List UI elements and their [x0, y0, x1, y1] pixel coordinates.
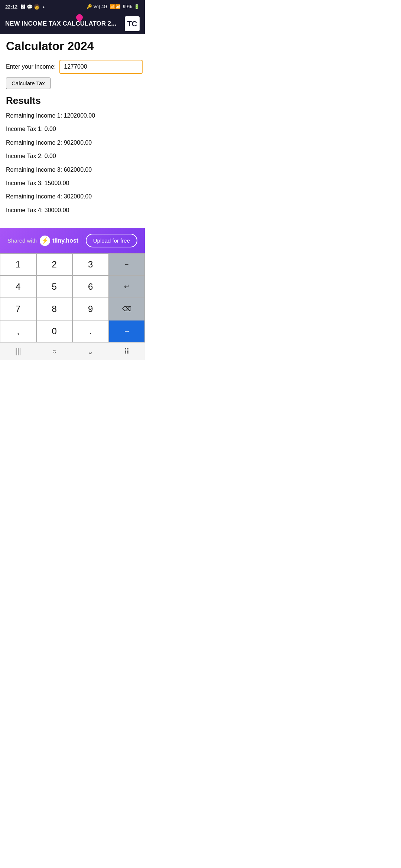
key-4[interactable]: 4: [0, 276, 36, 298]
income-label: Enter your income:: [6, 63, 56, 70]
keyboard-row-1: 1 2 3 −: [0, 253, 145, 276]
result-row: Remaining Income 4: 302000.00: [6, 193, 139, 201]
key-7[interactable]: 7: [0, 298, 36, 320]
app-bar: NEW INCOME TAX CALCULATOR 2... TC: [0, 13, 145, 34]
keyboard-row-3: 7 8 9 ⌫: [0, 298, 145, 320]
nav-bar: ||| ○ ⌄ ⠿: [0, 342, 145, 360]
key-1[interactable]: 1: [0, 253, 36, 276]
key-6[interactable]: 6: [72, 276, 109, 298]
upload-button[interactable]: Upload for free: [86, 234, 137, 247]
key-5[interactable]: 5: [36, 276, 73, 298]
key-minus[interactable]: −: [109, 253, 145, 276]
key-enter[interactable]: ↵: [109, 276, 145, 298]
app-bar-icon[interactable]: TC: [125, 16, 140, 31]
shared-left: Shared with ⚡ tiiny.host: [7, 236, 78, 246]
key-0[interactable]: 0: [36, 320, 73, 342]
shared-banner: Shared with ⚡ tiiny.host Upload for free: [0, 228, 145, 253]
key-comma[interactable]: ,: [0, 320, 36, 342]
brand-name: tiiny.host: [52, 237, 78, 244]
banner-divider: [82, 235, 82, 246]
nav-keyboard[interactable]: ⠿: [115, 344, 138, 359]
status-bar: 22:12 🖼 💬 🧑 • 🔑 Vo) 4G 📶📶 99%🔋: [0, 0, 145, 13]
result-row: Remaining Income 3: 602000.00: [6, 166, 139, 174]
app-bar-title: NEW INCOME TAX CALCULATOR 2...: [5, 20, 125, 27]
result-row: Income Tax 1: 0.00: [6, 125, 139, 133]
result-row: Income Tax 3: 15000.00: [6, 179, 139, 187]
shared-with-text: Shared with: [7, 237, 37, 244]
income-row: Enter your income:: [6, 60, 139, 74]
key-3[interactable]: 3: [72, 253, 109, 276]
status-icons: 🔑 Vo) 4G 📶📶 99%🔋: [87, 4, 140, 9]
tiiny-logo: ⚡ tiiny.host: [40, 236, 78, 246]
result-row: Income Tax 4: 30000.00: [6, 206, 139, 214]
key-9[interactable]: 9: [72, 298, 109, 320]
result-row: Remaining Income 1: 1202000.00: [6, 112, 139, 120]
page-title: Calculator 2024: [6, 39, 139, 53]
key-2[interactable]: 2: [36, 253, 73, 276]
results-heading: Results: [6, 95, 139, 106]
result-row: Remaining Income 2: 902000.00: [6, 139, 139, 147]
key-dot[interactable]: .: [72, 320, 109, 342]
lightning-icon: ⚡: [40, 236, 50, 246]
keyboard: 1 2 3 − 4 5 6 ↵ 7 8 9 ⌫ , 0 . →: [0, 253, 145, 342]
result-row: Income Tax 2: 0.00: [6, 152, 139, 160]
key-next[interactable]: →: [109, 320, 145, 342]
calculate-button[interactable]: Calculate Tax: [6, 78, 50, 89]
nav-home[interactable]: ○: [43, 344, 65, 359]
nav-back[interactable]: |||: [7, 344, 29, 359]
results-container: Remaining Income 1: 1202000.00Income Tax…: [6, 112, 139, 214]
key-8[interactable]: 8: [36, 298, 73, 320]
nav-down[interactable]: ⌄: [79, 344, 102, 359]
keyboard-row-4: , 0 . →: [0, 320, 145, 342]
main-content: Calculator 2024 Enter your income: Calcu…: [0, 34, 145, 225]
income-input[interactable]: [59, 60, 143, 74]
status-time: 22:12 🖼 💬 🧑 •: [5, 4, 45, 10]
key-backspace[interactable]: ⌫: [109, 298, 145, 320]
keyboard-row-2: 4 5 6 ↵: [0, 276, 145, 298]
